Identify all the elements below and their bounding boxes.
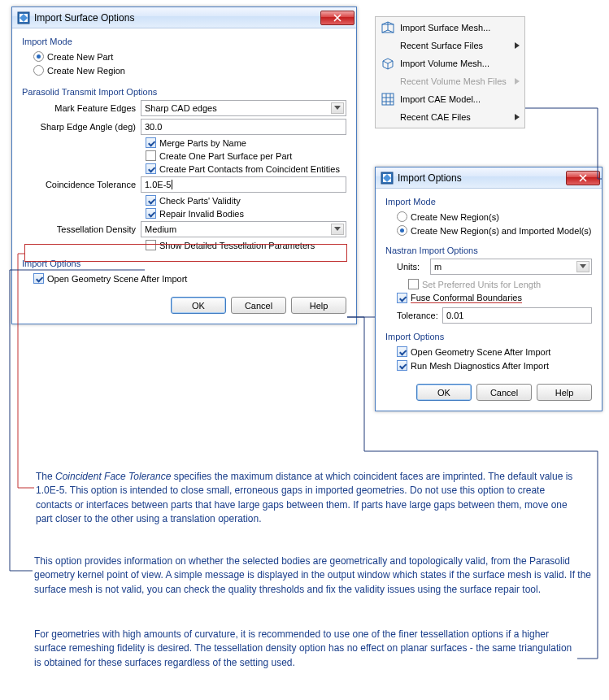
help-button[interactable]: Help bbox=[537, 384, 592, 401]
chevron-down-icon bbox=[576, 261, 589, 272]
checkbox-label: Run Mesh Diagnostics After Import bbox=[411, 361, 549, 371]
create-one-surface-checkbox[interactable]: Create One Part Surface per Part bbox=[22, 150, 346, 161]
select-value: Sharp CAD edges bbox=[145, 103, 217, 113]
checkbox-label: Open Geometry Scene After Import bbox=[47, 274, 187, 284]
check-validity-checkbox[interactable]: Check Parts' Validity bbox=[22, 195, 346, 206]
sharp-edge-angle-label: Sharp Edge Angle (deg) bbox=[22, 122, 141, 132]
open-geometry-scene-checkbox[interactable]: Open Geometry Scene After Import bbox=[22, 272, 346, 285]
chevron-down-icon bbox=[331, 224, 344, 235]
checkbox-icon bbox=[408, 279, 419, 289]
menu-import-volume-mesh[interactable]: Import Volume Mesh... bbox=[377, 54, 523, 72]
input-value: 0.01 bbox=[446, 311, 463, 320]
radio-icon bbox=[33, 51, 44, 62]
import-mode-label: Import Mode bbox=[385, 197, 592, 207]
cancel-button[interactable]: Cancel bbox=[476, 384, 532, 401]
checkbox-label: Create Part Contacts from Coincident Ent… bbox=[159, 164, 340, 174]
select-value: Medium bbox=[145, 224, 176, 234]
coincidence-tolerance-label: Coincidence Tolerance bbox=[22, 180, 141, 189]
tessellation-density-label: Tessellation Density bbox=[22, 224, 141, 234]
cancel-button[interactable]: Cancel bbox=[231, 297, 286, 314]
radio-create-new-region[interactable]: Create New Region bbox=[22, 63, 346, 77]
button-label: Cancel bbox=[245, 301, 272, 311]
tessellation-density-select[interactable]: Medium bbox=[141, 221, 346, 237]
help-button[interactable]: Help bbox=[291, 297, 346, 314]
checkbox-icon bbox=[146, 137, 156, 148]
explanation-check-validity: This option provides information on whet… bbox=[34, 554, 591, 597]
mark-feature-edges-label: Mark Feature Edges bbox=[22, 103, 141, 113]
dialog-title: Import Options bbox=[398, 172, 566, 184]
radio-icon bbox=[33, 65, 44, 76]
import-options-label: Import Options bbox=[385, 332, 592, 341]
checkbox-icon bbox=[397, 346, 407, 357]
submenu-arrow-icon bbox=[515, 78, 520, 85]
parasolid-section-label: Parasolid Transmit Import Options bbox=[22, 87, 346, 97]
text: For geometries with high amounts of curv… bbox=[34, 628, 572, 668]
run-mesh-diagnostics-checkbox[interactable]: Run Mesh Diagnostics After Import bbox=[385, 359, 592, 372]
menu-recent-surface-files[interactable]: Recent Surface Files bbox=[377, 37, 523, 54]
nastran-options-label: Nastran Import Options bbox=[385, 246, 592, 255]
checkbox-icon bbox=[146, 163, 156, 174]
cae-model-icon bbox=[381, 92, 395, 107]
tolerance-label: Tolerance: bbox=[385, 311, 442, 320]
merge-parts-checkbox[interactable]: Merge Parts by Name bbox=[22, 137, 346, 148]
import-options-dialog: Import Options Import Mode Create New Re… bbox=[375, 167, 602, 411]
radio-create-regions-and-models[interactable]: Create New Region(s) and Imported Model(… bbox=[385, 224, 592, 237]
menu-import-surface-mesh[interactable]: Import Surface Mesh... bbox=[377, 19, 523, 37]
close-button[interactable] bbox=[320, 11, 355, 25]
menu-label: Import Volume Mesh... bbox=[400, 59, 489, 68]
input-value: 30.0 bbox=[145, 122, 162, 132]
submenu-arrow-icon bbox=[515, 42, 520, 49]
menu-label: Import Surface Mesh... bbox=[400, 23, 490, 33]
surface-mesh-icon bbox=[381, 20, 395, 35]
units-select[interactable]: m bbox=[430, 259, 592, 275]
sharp-edge-angle-input[interactable]: 30.0 bbox=[141, 119, 346, 135]
dialog-title: Import Surface Options bbox=[34, 12, 320, 24]
create-contacts-checkbox[interactable]: Create Part Contacts from Coincident Ent… bbox=[22, 163, 346, 174]
import-context-menu: Import Surface Mesh... Recent Surface Fi… bbox=[375, 16, 525, 128]
set-preferred-units-checkbox[interactable]: Set Preferred Units for Length bbox=[385, 277, 592, 291]
text: This option provides information on whet… bbox=[34, 555, 591, 595]
checkbox-label: Merge Parts by Name bbox=[159, 138, 246, 148]
mark-feature-edges-select[interactable]: Sharp CAD edges bbox=[141, 100, 346, 116]
titlebar: Import Surface Options bbox=[12, 7, 356, 28]
fuse-conformal-checkbox[interactable]: Fuse Conformal Boundaries bbox=[385, 291, 592, 305]
button-label: Help bbox=[555, 388, 574, 398]
input-value: 1.0E-5 bbox=[145, 180, 171, 189]
close-button[interactable] bbox=[566, 171, 600, 185]
tolerance-input[interactable]: 0.01 bbox=[442, 307, 592, 324]
coincidence-tolerance-input[interactable]: 1.0E-5 bbox=[141, 176, 346, 193]
radio-label: Create New Region bbox=[47, 66, 125, 76]
volume-mesh-icon bbox=[381, 56, 395, 71]
ok-button[interactable]: OK bbox=[416, 384, 472, 401]
open-geometry-scene-checkbox[interactable]: Open Geometry Scene After Import bbox=[385, 345, 592, 359]
menu-recent-cae-files[interactable]: Recent CAE Files bbox=[377, 108, 523, 126]
checkbox-label: Repair Invalid Bodies bbox=[159, 209, 244, 219]
menu-label: Recent Volume Mesh Files bbox=[400, 76, 507, 86]
text-cursor bbox=[172, 180, 172, 189]
checkbox-icon bbox=[146, 240, 156, 250]
radio-create-new-regions[interactable]: Create New Region(s) bbox=[385, 210, 592, 224]
radio-create-new-part[interactable]: Create New Part bbox=[22, 50, 346, 63]
radio-icon bbox=[397, 211, 407, 222]
submenu-arrow-icon bbox=[515, 114, 520, 120]
select-value: m bbox=[434, 262, 442, 272]
checkbox-icon bbox=[397, 360, 407, 371]
svg-rect-3 bbox=[382, 93, 394, 105]
checkbox-label: Set Preferred Units for Length bbox=[422, 280, 541, 289]
import-surface-options-dialog: Import Surface Options Import Mode Creat… bbox=[11, 7, 357, 324]
explanation-tessellation: For geometries with high amounts of curv… bbox=[34, 628, 579, 670]
menu-import-cae-model[interactable]: Import CAE Model... bbox=[377, 90, 523, 108]
ok-button[interactable]: OK bbox=[171, 297, 226, 314]
menu-label: Import CAE Model... bbox=[400, 94, 481, 104]
menu-label: Recent Surface Files bbox=[400, 41, 483, 50]
radio-icon bbox=[397, 225, 407, 236]
text: The bbox=[36, 471, 55, 482]
text-emphasis: Coincident Face Tolerance bbox=[55, 471, 171, 482]
checkbox-icon bbox=[397, 293, 407, 303]
import-options-label: Import Options bbox=[22, 259, 346, 268]
units-label: Units: bbox=[385, 262, 430, 272]
show-detailed-tess-checkbox[interactable]: Show Detailed Tessellation Parameters bbox=[22, 240, 346, 250]
menu-recent-volume-mesh-files: Recent Volume Mesh Files bbox=[377, 72, 523, 90]
checkbox-icon bbox=[146, 208, 156, 219]
repair-invalid-checkbox[interactable]: Repair Invalid Bodies bbox=[22, 208, 346, 219]
